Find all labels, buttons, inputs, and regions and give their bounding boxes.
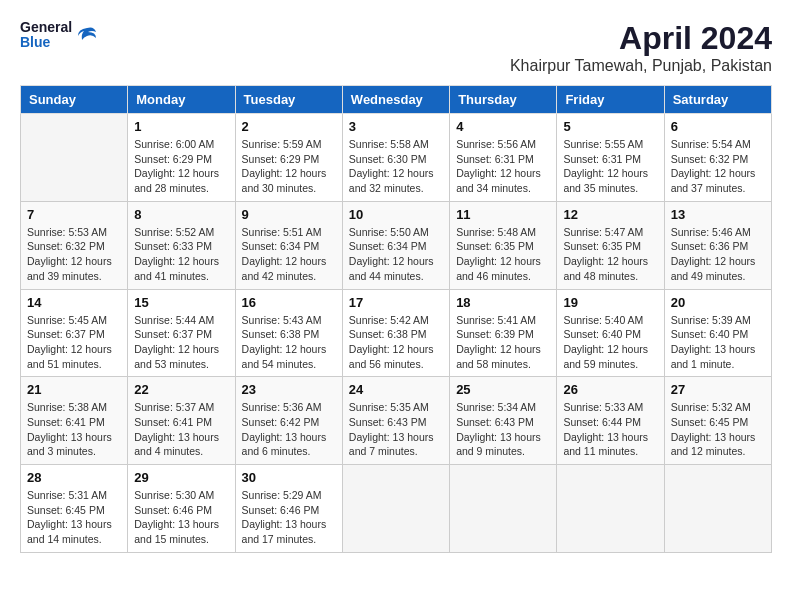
day-number: 28 <box>27 470 121 485</box>
day-info: Sunrise: 5:36 AMSunset: 6:42 PMDaylight:… <box>242 400 336 459</box>
day-number: 2 <box>242 119 336 134</box>
day-number: 10 <box>349 207 443 222</box>
main-title: April 2024 <box>510 20 772 57</box>
logo: General Blue <box>20 20 98 51</box>
header: General Blue April 2024 Khairpur Tamewah… <box>20 20 772 75</box>
day-number: 30 <box>242 470 336 485</box>
calendar-cell <box>21 114 128 202</box>
calendar-cell: 27Sunrise: 5:32 AMSunset: 6:45 PMDayligh… <box>664 377 771 465</box>
logo-line2: Blue <box>20 35 72 50</box>
day-number: 13 <box>671 207 765 222</box>
calendar-cell: 25Sunrise: 5:34 AMSunset: 6:43 PMDayligh… <box>450 377 557 465</box>
calendar-cell: 3Sunrise: 5:58 AMSunset: 6:30 PMDaylight… <box>342 114 449 202</box>
calendar-cell: 1Sunrise: 6:00 AMSunset: 6:29 PMDaylight… <box>128 114 235 202</box>
week-row-3: 14Sunrise: 5:45 AMSunset: 6:37 PMDayligh… <box>21 289 772 377</box>
calendar-cell: 12Sunrise: 5:47 AMSunset: 6:35 PMDayligh… <box>557 201 664 289</box>
weekday-header-row: SundayMondayTuesdayWednesdayThursdayFrid… <box>21 86 772 114</box>
weekday-header-saturday: Saturday <box>664 86 771 114</box>
day-number: 29 <box>134 470 228 485</box>
calendar-cell: 7Sunrise: 5:53 AMSunset: 6:32 PMDaylight… <box>21 201 128 289</box>
calendar-cell: 11Sunrise: 5:48 AMSunset: 6:35 PMDayligh… <box>450 201 557 289</box>
day-number: 22 <box>134 382 228 397</box>
logo-line1: General <box>20 20 72 35</box>
calendar-cell <box>342 465 449 553</box>
day-info: Sunrise: 5:31 AMSunset: 6:45 PMDaylight:… <box>27 488 121 547</box>
day-info: Sunrise: 5:48 AMSunset: 6:35 PMDaylight:… <box>456 225 550 284</box>
weekday-header-sunday: Sunday <box>21 86 128 114</box>
day-info: Sunrise: 5:40 AMSunset: 6:40 PMDaylight:… <box>563 313 657 372</box>
calendar-cell: 18Sunrise: 5:41 AMSunset: 6:39 PMDayligh… <box>450 289 557 377</box>
day-info: Sunrise: 5:58 AMSunset: 6:30 PMDaylight:… <box>349 137 443 196</box>
calendar-cell: 21Sunrise: 5:38 AMSunset: 6:41 PMDayligh… <box>21 377 128 465</box>
day-number: 4 <box>456 119 550 134</box>
day-info: Sunrise: 5:38 AMSunset: 6:41 PMDaylight:… <box>27 400 121 459</box>
calendar-cell: 29Sunrise: 5:30 AMSunset: 6:46 PMDayligh… <box>128 465 235 553</box>
calendar-cell: 13Sunrise: 5:46 AMSunset: 6:36 PMDayligh… <box>664 201 771 289</box>
week-row-2: 7Sunrise: 5:53 AMSunset: 6:32 PMDaylight… <box>21 201 772 289</box>
day-number: 26 <box>563 382 657 397</box>
subtitle: Khairpur Tamewah, Punjab, Pakistan <box>510 57 772 75</box>
calendar-cell: 16Sunrise: 5:43 AMSunset: 6:38 PMDayligh… <box>235 289 342 377</box>
day-info: Sunrise: 5:39 AMSunset: 6:40 PMDaylight:… <box>671 313 765 372</box>
day-info: Sunrise: 5:59 AMSunset: 6:29 PMDaylight:… <box>242 137 336 196</box>
weekday-header-monday: Monday <box>128 86 235 114</box>
title-area: April 2024 Khairpur Tamewah, Punjab, Pak… <box>510 20 772 75</box>
day-info: Sunrise: 5:30 AMSunset: 6:46 PMDaylight:… <box>134 488 228 547</box>
day-number: 11 <box>456 207 550 222</box>
calendar-cell: 22Sunrise: 5:37 AMSunset: 6:41 PMDayligh… <box>128 377 235 465</box>
day-number: 15 <box>134 295 228 310</box>
day-info: Sunrise: 5:46 AMSunset: 6:36 PMDaylight:… <box>671 225 765 284</box>
day-info: Sunrise: 5:55 AMSunset: 6:31 PMDaylight:… <box>563 137 657 196</box>
day-number: 8 <box>134 207 228 222</box>
calendar-cell: 19Sunrise: 5:40 AMSunset: 6:40 PMDayligh… <box>557 289 664 377</box>
day-number: 20 <box>671 295 765 310</box>
week-row-4: 21Sunrise: 5:38 AMSunset: 6:41 PMDayligh… <box>21 377 772 465</box>
day-info: Sunrise: 5:29 AMSunset: 6:46 PMDaylight:… <box>242 488 336 547</box>
calendar-cell <box>557 465 664 553</box>
day-info: Sunrise: 5:50 AMSunset: 6:34 PMDaylight:… <box>349 225 443 284</box>
day-number: 27 <box>671 382 765 397</box>
calendar-cell: 26Sunrise: 5:33 AMSunset: 6:44 PMDayligh… <box>557 377 664 465</box>
calendar-cell: 14Sunrise: 5:45 AMSunset: 6:37 PMDayligh… <box>21 289 128 377</box>
weekday-header-thursday: Thursday <box>450 86 557 114</box>
week-row-5: 28Sunrise: 5:31 AMSunset: 6:45 PMDayligh… <box>21 465 772 553</box>
day-number: 21 <box>27 382 121 397</box>
day-number: 25 <box>456 382 550 397</box>
calendar-cell: 10Sunrise: 5:50 AMSunset: 6:34 PMDayligh… <box>342 201 449 289</box>
day-info: Sunrise: 5:34 AMSunset: 6:43 PMDaylight:… <box>456 400 550 459</box>
calendar-cell: 23Sunrise: 5:36 AMSunset: 6:42 PMDayligh… <box>235 377 342 465</box>
day-number: 24 <box>349 382 443 397</box>
day-info: Sunrise: 5:47 AMSunset: 6:35 PMDaylight:… <box>563 225 657 284</box>
day-info: Sunrise: 5:42 AMSunset: 6:38 PMDaylight:… <box>349 313 443 372</box>
day-info: Sunrise: 5:43 AMSunset: 6:38 PMDaylight:… <box>242 313 336 372</box>
day-number: 7 <box>27 207 121 222</box>
calendar-cell: 17Sunrise: 5:42 AMSunset: 6:38 PMDayligh… <box>342 289 449 377</box>
calendar-cell: 2Sunrise: 5:59 AMSunset: 6:29 PMDaylight… <box>235 114 342 202</box>
day-number: 5 <box>563 119 657 134</box>
calendar-cell: 20Sunrise: 5:39 AMSunset: 6:40 PMDayligh… <box>664 289 771 377</box>
calendar-cell: 5Sunrise: 5:55 AMSunset: 6:31 PMDaylight… <box>557 114 664 202</box>
calendar-cell: 15Sunrise: 5:44 AMSunset: 6:37 PMDayligh… <box>128 289 235 377</box>
calendar-cell: 8Sunrise: 5:52 AMSunset: 6:33 PMDaylight… <box>128 201 235 289</box>
calendar-cell <box>664 465 771 553</box>
day-info: Sunrise: 5:54 AMSunset: 6:32 PMDaylight:… <box>671 137 765 196</box>
calendar-cell: 9Sunrise: 5:51 AMSunset: 6:34 PMDaylight… <box>235 201 342 289</box>
day-number: 3 <box>349 119 443 134</box>
weekday-header-tuesday: Tuesday <box>235 86 342 114</box>
day-info: Sunrise: 5:45 AMSunset: 6:37 PMDaylight:… <box>27 313 121 372</box>
day-number: 9 <box>242 207 336 222</box>
day-info: Sunrise: 6:00 AMSunset: 6:29 PMDaylight:… <box>134 137 228 196</box>
calendar-cell: 24Sunrise: 5:35 AMSunset: 6:43 PMDayligh… <box>342 377 449 465</box>
calendar-cell: 28Sunrise: 5:31 AMSunset: 6:45 PMDayligh… <box>21 465 128 553</box>
weekday-header-wednesday: Wednesday <box>342 86 449 114</box>
day-number: 16 <box>242 295 336 310</box>
calendar-cell: 30Sunrise: 5:29 AMSunset: 6:46 PMDayligh… <box>235 465 342 553</box>
day-number: 12 <box>563 207 657 222</box>
day-number: 14 <box>27 295 121 310</box>
calendar: SundayMondayTuesdayWednesdayThursdayFrid… <box>20 85 772 553</box>
day-number: 23 <box>242 382 336 397</box>
day-info: Sunrise: 5:33 AMSunset: 6:44 PMDaylight:… <box>563 400 657 459</box>
day-info: Sunrise: 5:51 AMSunset: 6:34 PMDaylight:… <box>242 225 336 284</box>
day-number: 1 <box>134 119 228 134</box>
calendar-cell: 4Sunrise: 5:56 AMSunset: 6:31 PMDaylight… <box>450 114 557 202</box>
